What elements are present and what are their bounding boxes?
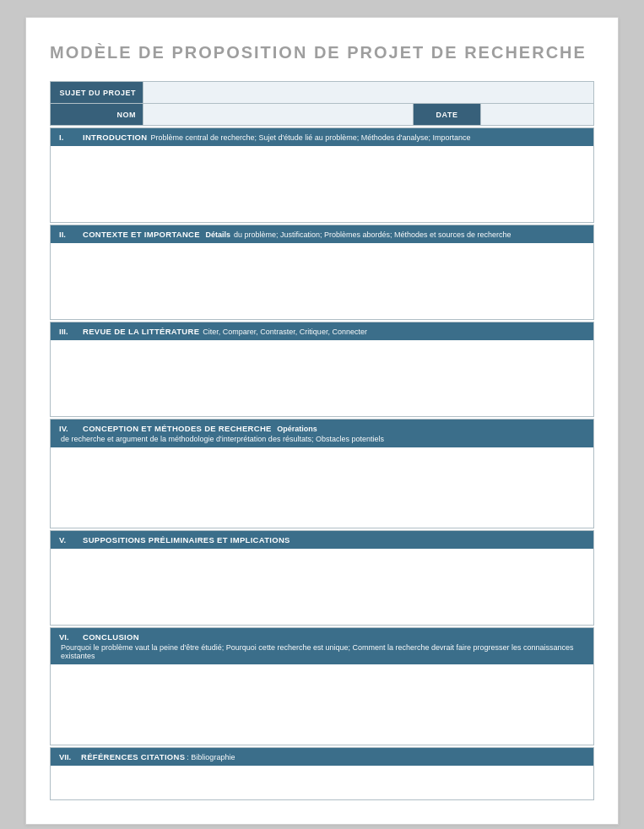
page: MODÈLE DE PROPOSITION DE PROJET DE RECHE… bbox=[25, 17, 619, 825]
sujet-value[interactable] bbox=[143, 82, 594, 104]
section-title-7: RÉFÉRENCES CITATIONS bbox=[81, 752, 185, 761]
section-header-conception: IV. CONCEPTION ET MÉTHODES DE RECHERCHE … bbox=[51, 420, 593, 447]
section-suppositions: V. SUPPOSITIONS PRÉLIMINAIRES ET IMPLICA… bbox=[50, 530, 594, 626]
section-title-3: REVUE DE LA LITTÉRATURE bbox=[83, 327, 199, 336]
section-subtitle-2: du problème; Justification; Problèmes ab… bbox=[234, 230, 511, 239]
section-body-7[interactable] bbox=[51, 766, 593, 799]
section-revue: III. REVUE DE LA LITTÉRATURE Citer, Comp… bbox=[50, 322, 594, 417]
nom-label: NOM bbox=[51, 104, 143, 126]
section-header-references: VII. RÉFÉRENCES CITATIONS : Bibliographi… bbox=[51, 748, 593, 766]
section-subtitle-4-bold: Opérations bbox=[275, 425, 317, 433]
section-body-4[interactable] bbox=[51, 447, 593, 528]
section-header-contexte: II. CONTEXTE ET IMPORTANCE Détails du pr… bbox=[51, 225, 593, 243]
section-references: VII. RÉFÉRENCES CITATIONS : Bibliographi… bbox=[50, 747, 594, 800]
section-body-3[interactable] bbox=[51, 340, 593, 416]
section-body-1[interactable] bbox=[51, 146, 593, 222]
section-title-suffix-2: Détails bbox=[205, 230, 230, 239]
section-num-3: III. bbox=[59, 327, 78, 336]
date-value[interactable] bbox=[481, 104, 594, 126]
section-body-2[interactable] bbox=[51, 243, 593, 319]
section-subtitle-4: de recherche et argument de la méthodolo… bbox=[61, 435, 384, 443]
header-table: SUJET DU PROJET NOM DATE bbox=[50, 81, 594, 126]
page-title: MODÈLE DE PROPOSITION DE PROJET DE RECHE… bbox=[50, 43, 594, 62]
section-title-4: CONCEPTION ET MÉTHODES DE RECHERCHE bbox=[83, 424, 272, 433]
section-num-2: II. bbox=[59, 230, 78, 239]
section-header-introduction: I. INTRODUCTION Problème central de rech… bbox=[51, 128, 593, 146]
section-header-revue: III. REVUE DE LA LITTÉRATURE Citer, Comp… bbox=[51, 322, 593, 340]
section-header-conclusion: VI. CONCLUSION Pourquoi le problème vaut… bbox=[51, 628, 593, 664]
sujet-label: SUJET DU PROJET bbox=[51, 82, 143, 104]
section-subtitle-3: Citer, Comparer, Contraster, Critiquer, … bbox=[203, 328, 367, 336]
section-header-suppositions: V. SUPPOSITIONS PRÉLIMINAIRES ET IMPLICA… bbox=[51, 531, 593, 549]
section-subtitle-7: : Bibliographie bbox=[187, 753, 235, 761]
section-num-4: IV. bbox=[59, 424, 78, 433]
section-body-5[interactable] bbox=[51, 549, 593, 625]
section-conception: IV. CONCEPTION ET MÉTHODES DE RECHERCHE … bbox=[50, 419, 594, 528]
section-num-1: I. bbox=[59, 133, 78, 142]
section-subtitle-2-bold: Détails bbox=[203, 230, 230, 239]
section-introduction: I. INTRODUCTION Problème central de rech… bbox=[50, 127, 594, 223]
nom-value[interactable] bbox=[143, 104, 414, 126]
section-title-1: INTRODUCTION bbox=[83, 133, 147, 142]
section-title-6: CONCLUSION bbox=[83, 632, 139, 642]
section-body-6[interactable] bbox=[51, 664, 593, 745]
section-num-5: V. bbox=[59, 535, 78, 545]
section-conclusion: VI. CONCLUSION Pourquoi le problème vaut… bbox=[50, 627, 594, 745]
section-contexte: II. CONTEXTE ET IMPORTANCE Détails du pr… bbox=[50, 225, 594, 320]
section-num-7: VII. bbox=[59, 752, 78, 761]
section-title-2: CONTEXTE ET IMPORTANCE bbox=[83, 230, 200, 239]
section-title-suffix-4: Opérations bbox=[277, 425, 317, 433]
date-label: DATE bbox=[414, 104, 481, 126]
section-num-6: VI. bbox=[59, 632, 78, 642]
section-subtitle-1: Problème central de recherche; Sujet d'é… bbox=[150, 133, 470, 142]
section-subtitle-6: Pourquoi le problème vaut la peine d'êtr… bbox=[61, 643, 585, 660]
section-title-5: SUPPOSITIONS PRÉLIMINAIRES ET IMPLICATIO… bbox=[83, 535, 290, 545]
